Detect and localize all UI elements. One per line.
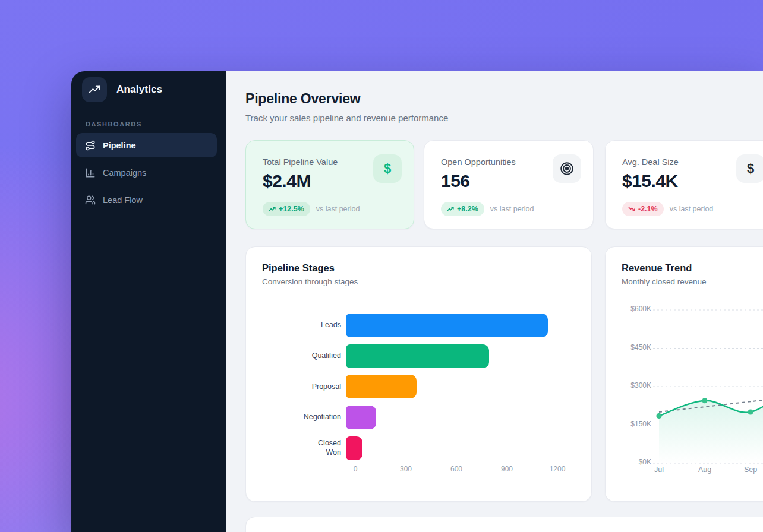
kpi-card-avg-deal-size[interactable]: Avg. Deal Size $15.4K -2.1% vs last peri… <box>605 140 763 229</box>
stage-label: Leads <box>260 321 346 330</box>
chart-subtitle: Conversion through stages <box>262 277 358 286</box>
sidebar-item-lead-flow[interactable]: Lead Flow <box>76 188 217 212</box>
x-tick-label: 1200 <box>550 465 566 473</box>
change-badge: +12.5% <box>263 202 310 216</box>
trending-up-icon <box>82 77 107 102</box>
stage-bar-proposal[interactable] <box>346 375 417 398</box>
stage-bar-negotiation[interactable] <box>346 406 376 429</box>
change-value: +8.2% <box>457 205 478 213</box>
pipeline-stages-card: Pipeline Stages Conversion through stage… <box>245 246 592 502</box>
trending-down-icon <box>628 206 635 212</box>
stage-label: Negotiation <box>260 413 346 422</box>
stage-track <box>346 406 569 429</box>
stage-track <box>346 344 569 368</box>
sidebar-item-label: Lead Flow <box>103 195 143 205</box>
area-fill <box>659 381 763 463</box>
sidebar-section-label: DASHBOARDS <box>86 121 142 128</box>
x-tick-label: 300 <box>400 465 412 473</box>
users-icon <box>85 195 96 205</box>
data-point[interactable] <box>748 409 753 414</box>
change-badge: -2.1% <box>622 202 664 216</box>
stage-bar-qualified[interactable] <box>346 344 489 368</box>
compare-label: vs last period <box>670 205 714 213</box>
stage-row: Leads <box>260 314 577 337</box>
y-tick-label: $0K <box>639 458 651 466</box>
stage-row: Qualified <box>260 344 577 368</box>
kpi-footer: +12.5% vs last period <box>263 202 360 216</box>
kpi-footer: -2.1% vs last period <box>622 202 713 216</box>
dollar-icon: $ <box>373 154 402 183</box>
main-content: Pipeline Overview Track your sales pipel… <box>226 71 763 532</box>
trend-yticks: $0K$150K$300K$450K$600K <box>616 247 651 501</box>
page-subtitle: Track your sales pipeline and revenue pe… <box>245 113 448 123</box>
change-value: -2.1% <box>638 205 658 213</box>
stage-bar-leads[interactable] <box>346 314 548 337</box>
kpi-card-open-opportunities[interactable]: Open Opportunities 156 +8.2% vs last per… <box>424 140 594 229</box>
app-window: Analytics DASHBOARDS Pipeline Campaigns <box>71 71 763 532</box>
stage-label: Closed Won <box>260 439 346 457</box>
stage-row: Closed Won <box>260 436 577 460</box>
x-tick-label: 600 <box>450 465 462 473</box>
stage-track <box>346 375 569 398</box>
x-tick-label: 900 <box>501 465 513 473</box>
y-tick-label: $600K <box>630 305 651 313</box>
sidebar-item-label: Pipeline <box>103 141 136 150</box>
change-value: +12.5% <box>279 205 304 213</box>
bar-chart-icon <box>85 167 96 178</box>
page-title: Pipeline Overview <box>245 91 360 107</box>
stage-bar-closed-won[interactable] <box>346 436 362 460</box>
stage-rows: LeadsQualifiedProposalNegotiationClosed … <box>260 314 577 467</box>
trending-up-icon <box>269 206 276 212</box>
y-tick-label: $150K <box>630 420 651 428</box>
sidebar-divider <box>71 107 226 107</box>
change-badge: +8.2% <box>441 202 484 216</box>
y-tick-label: $300K <box>630 381 651 390</box>
data-point[interactable] <box>656 413 661 419</box>
route-icon <box>85 140 96 151</box>
target-icon <box>553 154 581 183</box>
x-tick-label: 0 <box>354 465 358 473</box>
trend-svg <box>653 306 763 479</box>
dollar-icon: $ <box>736 154 763 183</box>
desktop-background: Analytics DASHBOARDS Pipeline Campaigns <box>0 0 763 532</box>
stage-label: Proposal <box>260 382 346 392</box>
stage-axis: 03006009001200 <box>355 465 557 474</box>
chart-title: Pipeline Stages <box>262 262 335 274</box>
y-tick-label: $450K <box>630 343 651 352</box>
compare-label: vs last period <box>316 205 360 213</box>
sidebar-item-pipeline[interactable]: Pipeline <box>76 133 217 157</box>
stage-track <box>346 436 569 460</box>
stage-row: Negotiation <box>260 406 577 429</box>
sidebar-nav: Pipeline Campaigns Lead Flow <box>76 133 217 215</box>
app-logo: Analytics <box>82 77 162 102</box>
kpi-footer: +8.2% vs last period <box>441 202 534 216</box>
app-title: Analytics <box>116 84 162 96</box>
stage-label: Qualified <box>260 352 346 361</box>
sidebar: Analytics DASHBOARDS Pipeline Campaigns <box>71 71 226 532</box>
trending-up-icon <box>447 206 454 212</box>
data-point[interactable] <box>702 398 707 403</box>
revenue-trend-card: Revenue Trend Monthly closed revenue $0K… <box>605 246 763 502</box>
partial-card <box>245 517 763 532</box>
kpi-card-total-pipeline-value[interactable]: Total Pipeline Value $2.4M +12.5% vs las… <box>245 140 414 229</box>
stage-track <box>346 314 569 337</box>
compare-label: vs last period <box>490 205 534 213</box>
sidebar-item-label: Campaigns <box>103 168 146 178</box>
sidebar-item-campaigns[interactable]: Campaigns <box>76 160 217 185</box>
stage-row: Proposal <box>260 375 577 398</box>
